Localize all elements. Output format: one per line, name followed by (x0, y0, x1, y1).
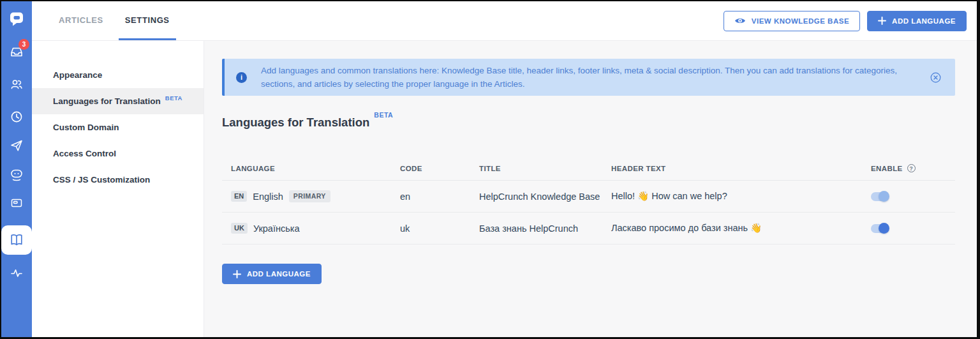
open-book-icon (9, 232, 24, 248)
table-row-ukrainian: UK Українська uk База знань HelpCrunch Л… (222, 213, 955, 245)
code-cell: uk (400, 223, 479, 234)
sidebar-item-css-js-customization[interactable]: CSS / JS Customization (32, 167, 204, 193)
sidebar-item-label: Appearance (53, 70, 102, 80)
page-title: Languages for Translation (222, 116, 369, 130)
kb-tabs: ARTICLES SETTINGS (52, 1, 185, 40)
tab-settings[interactable]: SETTINGS (119, 1, 176, 40)
people-icon (10, 77, 24, 91)
sidebar-item-custom-domain[interactable]: Custom Domain (32, 114, 204, 140)
help-icon[interactable]: ? (907, 164, 916, 172)
beta-badge: BETA (165, 94, 182, 102)
column-header-enable: ENABLE ? (871, 164, 955, 172)
inbox-icon[interactable]: 3 (10, 45, 24, 59)
knowledge-base-icon[interactable] (1, 225, 32, 255)
add-language-label: ADD LANGUAGE (247, 270, 311, 278)
chat-bubble-logo-icon (8, 10, 26, 27)
sidebar-item-appearance[interactable]: Appearance (32, 62, 204, 88)
plus-icon (233, 270, 241, 278)
header-text-cell: Hello! 👋 How can we help? (611, 191, 871, 202)
language-name: Українська (253, 223, 300, 234)
contacts-icon[interactable] (10, 77, 24, 91)
top-bar: ARTICLES SETTINGS VIEW KNOWLEDGE BASE (32, 1, 977, 41)
sidebar-item-languages-for-translation[interactable]: Languages for Translation BETA (32, 88, 204, 114)
robot-icon (9, 167, 24, 183)
title-cell: HelpCrunch Knowledge Base (479, 192, 611, 202)
add-language-label: ADD LANGUAGE (892, 17, 956, 25)
language-code-badge: EN (231, 191, 247, 202)
inbox-unread-badge: 3 (19, 39, 29, 50)
info-banner-text: Add languages and common translations he… (261, 64, 916, 91)
add-language-button-top[interactable]: ADD LANGUAGE (867, 11, 967, 31)
widget-icon[interactable] (10, 196, 24, 210)
column-header-title: TITLE (479, 165, 611, 172)
clock-icon (10, 110, 24, 124)
info-banner: i Add languages and common translations … (222, 59, 955, 96)
plus-icon (878, 17, 886, 25)
tab-articles[interactable]: ARTICLES (52, 1, 110, 40)
add-language-button-bottom[interactable]: ADD LANGUAGE (222, 264, 322, 284)
enable-toggle-english[interactable] (871, 192, 888, 201)
languages-table: LANGUAGE CODE TITLE HEADER TEXT ENABLE ?… (222, 156, 955, 245)
circled-x-icon (930, 72, 941, 83)
code-cell: en (400, 192, 479, 202)
table-header-row: LANGUAGE CODE TITLE HEADER TEXT ENABLE ? (222, 156, 955, 181)
pulse-icon (10, 266, 24, 280)
page-title-beta-badge: BETA (374, 111, 393, 119)
primary-badge: PRIMARY (289, 190, 330, 202)
chatbot-icon[interactable] (9, 167, 24, 183)
app-rail: 3 (1, 1, 32, 337)
page-title-row: Languages for Translation BETA (222, 116, 955, 130)
sidebar-item-access-control[interactable]: Access Control (32, 140, 204, 167)
header-text-cell: Ласкаво просимо до бази знань 👋 (611, 223, 871, 234)
analytics-icon[interactable] (10, 266, 24, 280)
helpcrunch-logo-icon[interactable] (8, 10, 26, 27)
banner-close-icon[interactable] (930, 72, 941, 83)
card-icon (10, 196, 24, 210)
title-cell: База знань HelpCrunch (479, 223, 611, 234)
enable-toggle-ukrainian[interactable] (871, 224, 888, 233)
helpcrunch-app-window: 3 (0, 0, 980, 339)
language-name: English (253, 192, 283, 202)
column-header-code: CODE (400, 165, 479, 172)
main-content: i Add languages and common translations … (204, 41, 977, 337)
language-cell: UK Українська (231, 223, 400, 234)
column-header-header-text: HEADER TEXT (611, 165, 871, 172)
column-header-language: LANGUAGE (231, 165, 400, 172)
toggle-knob (879, 223, 889, 234)
language-cell: EN English PRIMARY (231, 190, 400, 202)
eye-icon (734, 17, 746, 25)
settings-sidebar: Appearance Languages for Translation BET… (32, 41, 204, 337)
sidebar-item-label: Custom Domain (53, 123, 119, 132)
sidebar-item-label: Access Control (53, 149, 116, 158)
paper-plane-icon (10, 139, 24, 153)
history-icon[interactable] (10, 110, 24, 124)
toggle-knob (879, 191, 889, 202)
view-kb-label: VIEW KNOWLEDGE BASE (752, 17, 849, 25)
enable-label: ENABLE (871, 165, 903, 172)
language-code-badge: UK (231, 223, 248, 234)
table-row-english: EN English PRIMARY en HelpCrunch Knowled… (222, 181, 955, 213)
sidebar-item-label: Languages for Translation (53, 96, 161, 106)
view-knowledge-base-button[interactable]: VIEW KNOWLEDGE BASE (724, 11, 860, 31)
topbar-actions: VIEW KNOWLEDGE BASE ADD LANGUAGE (724, 1, 967, 40)
sidebar-item-label: CSS / JS Customization (53, 175, 150, 185)
info-icon: i (236, 72, 247, 83)
campaigns-icon[interactable] (10, 139, 24, 153)
